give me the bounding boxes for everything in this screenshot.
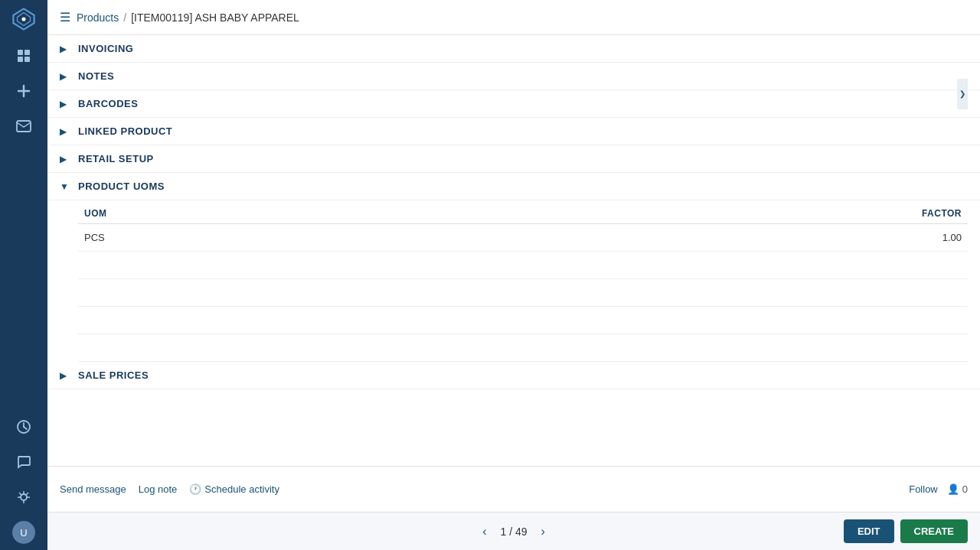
create-button[interactable]: CREATE: [900, 519, 968, 543]
chevron-right-icon: ▶: [60, 126, 70, 137]
footer-actions: Send message Log note 🕐 Schedule activit…: [60, 483, 279, 495]
edit-button[interactable]: EDIT: [844, 519, 894, 543]
col-uom-header: UOM: [84, 208, 107, 219]
prev-page-btn[interactable]: ‹: [478, 522, 491, 542]
table-empty-row-1: [78, 252, 968, 279]
svg-rect-5: [18, 57, 23, 62]
section-retail-setup[interactable]: ▶ RETAIL SETUP: [47, 145, 980, 173]
table-empty-row-4: [78, 334, 968, 362]
chevron-right-icon: ▶: [60, 99, 70, 109]
schedule-icon: 🕐: [189, 483, 201, 495]
section-notes-label: NOTES: [78, 70, 114, 82]
section-linked-product-label: LINKED PRODUCT: [78, 125, 172, 137]
plus-icon[interactable]: [0, 73, 47, 109]
main-content: ☰ Products / [ITEM00119] ASH BABY APPARE…: [47, 0, 980, 550]
breadcrumb: Products / [ITEM00119] ASH BABY APPAREL: [77, 11, 299, 24]
chat-icon[interactable]: [0, 444, 47, 480]
svg-rect-6: [24, 57, 30, 62]
bug-icon[interactable]: [0, 480, 47, 515]
section-barcodes[interactable]: ▶ BARCODES: [47, 90, 980, 118]
clock-icon[interactable]: [0, 409, 47, 444]
follower-count: 0: [962, 483, 968, 495]
chevron-right-icon: ▶: [60, 71, 70, 82]
section-invoicing[interactable]: ▶ INVOICING: [47, 35, 980, 63]
action-buttons: EDIT CREATE: [844, 519, 968, 543]
svg-rect-9: [17, 121, 31, 132]
chevron-down-icon: ▼: [60, 181, 70, 192]
table-row[interactable]: PCS 1.00: [78, 224, 968, 252]
section-sale-prices-label: SALE PRICES: [78, 369, 149, 381]
chevron-right-icon: ▶: [60, 370, 70, 381]
app-logo[interactable]: [0, 0, 47, 38]
section-invoicing-label: INVOICING: [78, 43, 133, 54]
uom-value: PCS: [84, 232, 105, 243]
next-page-btn[interactable]: ›: [537, 522, 550, 542]
footer-bar: Send message Log note 🕐 Schedule activit…: [47, 466, 980, 512]
pagination-bar: ‹ 1 / 49 › EDIT CREATE: [47, 512, 980, 550]
content-area: ▶ INVOICING ▶ NOTES ▶ BARCODES ▶ LINKED …: [47, 35, 980, 466]
section-sale-prices[interactable]: ▶ SALE PRICES: [47, 362, 980, 389]
table-header: UOM FACTOR: [78, 200, 968, 224]
topbar: ☰ Products / [ITEM00119] ASH BABY APPARE…: [47, 0, 980, 35]
svg-rect-3: [18, 50, 23, 55]
factor-value: 1.00: [942, 232, 962, 243]
follower-badge: 👤 0: [947, 483, 968, 495]
chevron-right-icon: ▶: [60, 154, 70, 164]
section-notes[interactable]: ▶ NOTES: [47, 63, 980, 90]
svg-rect-4: [24, 50, 30, 55]
log-note-btn[interactable]: Log note: [139, 483, 178, 495]
svg-line-19: [26, 493, 28, 495]
section-product-uoms-label: PRODUCT UOMS: [78, 181, 165, 192]
section-linked-product[interactable]: ▶ LINKED PRODUCT: [47, 118, 980, 145]
sidebar: U: [0, 0, 47, 550]
section-barcodes-label: BARCODES: [78, 98, 138, 109]
product-uoms-table-container: UOM FACTOR PCS 1.00: [47, 200, 980, 362]
avatar: U: [12, 521, 35, 544]
footer-right: Follow 👤 0: [909, 483, 968, 495]
follow-button[interactable]: Follow: [909, 483, 938, 495]
send-message-btn[interactable]: Send message: [60, 483, 126, 495]
svg-point-2: [21, 17, 25, 21]
col-factor-header: FACTOR: [922, 208, 962, 219]
breadcrumb-separator: /: [123, 11, 126, 24]
mail-icon[interactable]: [0, 109, 47, 144]
section-retail-setup-label: RETAIL SETUP: [78, 153, 154, 164]
follower-icon: 👤: [947, 483, 959, 495]
svg-line-12: [24, 427, 27, 429]
breadcrumb-products-link[interactable]: Products: [77, 11, 119, 24]
side-collapse-btn[interactable]: ❯: [957, 79, 968, 109]
breadcrumb-current: [ITEM00119] ASH BABY APPAREL: [131, 11, 299, 24]
menu-icon[interactable]: ☰: [60, 10, 70, 24]
svg-line-18: [19, 493, 21, 495]
table-empty-row-2: [78, 279, 968, 307]
table-empty-row-3: [78, 307, 968, 334]
sidebar-bottom: U: [0, 409, 47, 550]
user-avatar[interactable]: U: [0, 515, 47, 550]
svg-point-13: [21, 494, 27, 500]
chevron-right-icon: ▶: [60, 44, 70, 54]
schedule-activity-btn[interactable]: 🕐 Schedule activity: [189, 483, 279, 495]
section-product-uoms[interactable]: ▼ PRODUCT UOMS: [47, 173, 980, 200]
pagination-info: 1 / 49: [500, 526, 527, 538]
grid-icon[interactable]: [0, 38, 47, 73]
